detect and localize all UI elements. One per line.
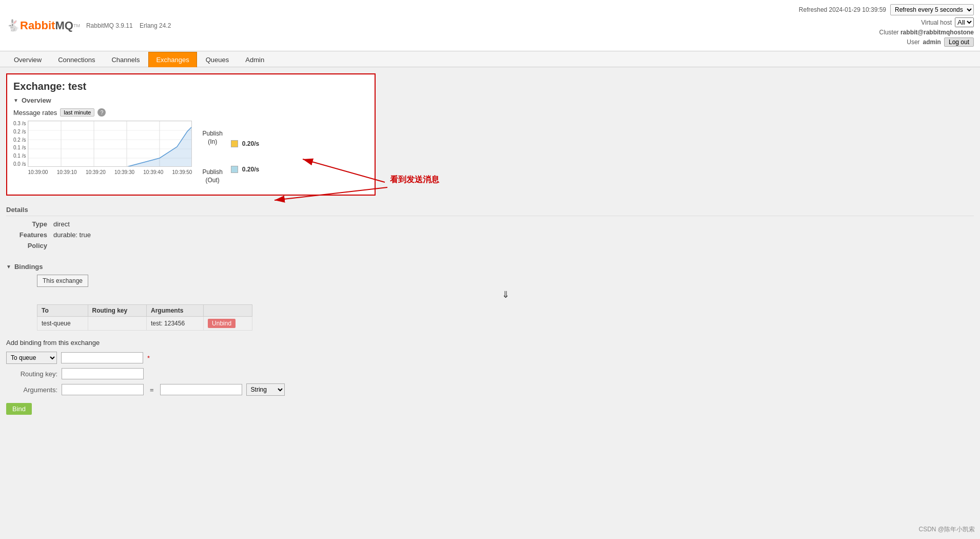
vhost-label: Virtual host	[921, 19, 952, 26]
cluster-row: Cluster rabbit@rabbitmqhostone	[799, 29, 974, 36]
detail-policy-row: Policy	[6, 242, 974, 249]
overview-section-header[interactable]: ▼ Overview	[13, 97, 368, 104]
user-value: admin	[923, 38, 941, 46]
table-row: test-queue test: 123456 Unbind	[37, 317, 252, 331]
cluster-value: rabbit@rabbitmqhostone	[900, 29, 974, 36]
arguments-label: Arguments:	[6, 386, 57, 394]
logo-area: 🐇 RabbitMQTM RabbitMQ 3.9.11 Erlang 24.2	[6, 19, 171, 32]
legend-value-publish-in: 0.20/s	[242, 140, 259, 147]
to-queue-input[interactable]	[61, 352, 143, 363]
bindings-triangle: ▼	[6, 264, 11, 270]
type-select[interactable]: String Number Boolean	[246, 383, 285, 396]
exchange-title-prefix: Exchange:	[13, 81, 68, 92]
logo-mq: MQ	[55, 19, 73, 32]
eq-sign: =	[150, 386, 154, 394]
col-routing-key: Routing key	[88, 305, 147, 317]
version-info: RabbitMQ 3.9.11 Erlang 24.2	[86, 22, 171, 29]
tab-admin[interactable]: Admin	[238, 52, 272, 67]
binding-arguments: test: 123456	[147, 317, 204, 331]
header: 🐇 RabbitMQTM RabbitMQ 3.9.11 Erlang 24.2…	[0, 0, 980, 51]
overview-triangle: ▼	[13, 98, 18, 103]
binding-routing-key	[88, 317, 147, 331]
legend-color-publish-out	[231, 166, 238, 173]
legend-value-publish-out: 0.20/s	[242, 166, 259, 173]
policy-label: Policy	[6, 242, 47, 249]
bindings-section: ▼ Bindings This exchange ⇓ To Routing ke…	[6, 263, 974, 331]
arrow-down: ⇓	[37, 289, 974, 300]
add-binding-title: Add binding from this exchange	[6, 339, 974, 346]
bindings-section-header[interactable]: ▼ Bindings	[6, 263, 974, 271]
refresh-row: Refreshed 2024-01-29 10:39:59 Refresh ev…	[799, 4, 974, 15]
publish-out-label: Publish(Out)	[202, 168, 222, 184]
refresh-select[interactable]: Refresh every 5 seconds	[890, 4, 974, 15]
legend-item-publish-in: 0.20/s	[231, 140, 259, 147]
tab-queues[interactable]: Queues	[198, 52, 237, 67]
routing-key-input[interactable]	[62, 368, 144, 379]
publish-labels: Publish(In) Publish(Out)	[202, 130, 222, 184]
legend-color-publish-in	[231, 140, 238, 147]
binding-action: Unbind	[204, 317, 252, 331]
detail-features-row: Features durable: true	[6, 231, 974, 239]
type-value: direct	[53, 220, 70, 228]
bindings-table: To Routing key Arguments test-queue test…	[37, 304, 252, 331]
col-arguments: Arguments	[147, 305, 204, 317]
help-button[interactable]: ?	[97, 108, 106, 117]
top-right: Refreshed 2024-01-29 10:39:59 Refresh ev…	[799, 4, 974, 47]
version-label: RabbitMQ 3.9.11	[86, 22, 133, 29]
tab-connections[interactable]: Connections	[50, 52, 103, 67]
bindings-content: This exchange ⇓ To Routing key Arguments…	[37, 275, 974, 331]
legend: 0.20/s 0.20/s	[231, 140, 259, 173]
add-binding-section: Add binding from this exchange To queue …	[6, 339, 974, 415]
publish-in-label: Publish(In)	[202, 130, 222, 146]
bindings-label: Bindings	[14, 263, 43, 271]
msg-rates-label: Message rates	[13, 109, 57, 117]
routing-key-row: Routing key:	[6, 368, 974, 379]
logo-tm: TM	[73, 23, 80, 28]
arguments-value-input[interactable]	[160, 384, 242, 395]
details-section: Details Type direct Features durable: tr…	[6, 202, 974, 257]
detail-type-row: Type direct	[6, 220, 974, 228]
to-queue-select[interactable]: To queue To exchange	[6, 352, 57, 364]
last-minute-button[interactable]: last minute	[60, 108, 94, 117]
col-to: To	[37, 305, 88, 317]
vhost-row: Virtual host All	[799, 17, 974, 27]
tab-channels[interactable]: Channels	[104, 52, 147, 67]
binding-to: test-queue	[37, 317, 88, 331]
x-axis: 10:39:00 10:39:10 10:39:20 10:39:30 10:3…	[28, 169, 192, 175]
logo: 🐇 RabbitMQTM	[6, 19, 80, 32]
tab-exchanges[interactable]: Exchanges	[148, 52, 197, 67]
routing-key-label: Routing key:	[6, 370, 57, 378]
refresh-text: Refreshed 2024-01-29 10:39:59	[799, 6, 886, 13]
y-axis: 0.3 /s 0.2 /s 0.2 /s 0.1 /s 0.1 /s 0.0 /…	[13, 121, 28, 167]
user-label: User	[907, 38, 919, 46]
annotation-text: 看到发送消息	[390, 175, 439, 185]
arguments-key-input[interactable]	[62, 384, 144, 395]
col-action	[204, 305, 252, 317]
vhost-select[interactable]: All	[955, 17, 974, 27]
details-title: Details	[6, 206, 974, 216]
exchange-box: Exchange: test ▼ Overview Message rates …	[6, 73, 376, 196]
navigation: Overview Connections Channels Exchanges …	[0, 51, 980, 67]
bind-button[interactable]: Bind	[6, 403, 32, 415]
svg-marker-12	[28, 126, 192, 167]
exchange-name: test	[68, 81, 87, 92]
logout-button[interactable]: Log out	[944, 37, 974, 47]
unbind-button[interactable]: Unbind	[208, 319, 236, 328]
legend-area: Publish(In) Publish(Out) 0.20/s 0.20/s	[202, 125, 259, 184]
features-value: durable: true	[53, 231, 91, 239]
features-label: Features	[6, 231, 47, 239]
main-content: Exchange: test ▼ Overview Message rates …	[0, 67, 980, 421]
tab-overview[interactable]: Overview	[6, 52, 49, 67]
legend-item-publish-out: 0.20/s	[231, 166, 259, 173]
required-star: *	[147, 354, 150, 362]
erlang-label: Erlang 24.2	[140, 22, 171, 29]
type-label: Type	[6, 220, 47, 228]
overview-label: Overview	[22, 97, 51, 104]
this-exchange-button[interactable]: This exchange	[37, 275, 88, 287]
chart-container: 0.3 /s 0.2 /s 0.2 /s 0.1 /s 0.1 /s 0.0 /…	[13, 121, 192, 175]
arguments-row: Arguments: = String Number Boolean	[6, 383, 974, 396]
to-queue-row: To queue To exchange *	[6, 352, 974, 364]
chart-area: 0.3 /s 0.2 /s 0.2 /s 0.1 /s 0.1 /s 0.0 /…	[13, 121, 368, 184]
logo-rabbit: Rabbit	[20, 19, 55, 32]
message-rates-row: Message rates last minute ?	[13, 108, 368, 117]
